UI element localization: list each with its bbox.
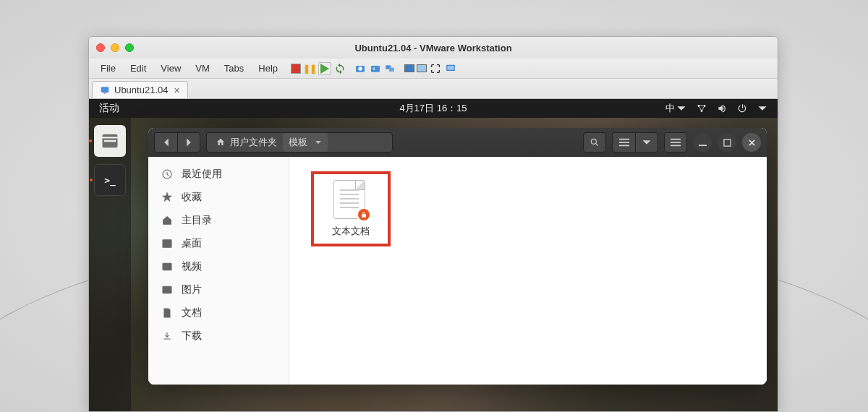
dock-terminal[interactable]: >_: [94, 164, 126, 196]
ubuntu-dock: >_: [89, 118, 131, 411]
network-icon: [697, 103, 707, 113]
macos-close-button[interactable]: [96, 43, 105, 52]
nautilus-headerbar: 用户文件夹 模板: [148, 128, 767, 157]
window-maximize-button[interactable]: [718, 133, 736, 152]
vm-tab-label: Ubuntu21.04: [114, 85, 168, 95]
svg-rect-2: [371, 66, 380, 72]
sidebar-documents[interactable]: 文档: [148, 301, 289, 325]
svg-rect-20: [723, 139, 730, 145]
menu-help[interactable]: Help: [252, 61, 284, 75]
sidebar-pictures[interactable]: 图片: [148, 278, 289, 301]
stretch-icon[interactable]: [429, 62, 442, 75]
search-button[interactable]: [583, 132, 606, 153]
svg-point-12: [591, 139, 596, 144]
suspend-icon[interactable]: ❚❚: [303, 62, 316, 75]
svg-rect-23: [163, 263, 171, 270]
svg-rect-8: [103, 93, 106, 93]
menu-edit[interactable]: Edit: [124, 61, 152, 75]
window-title: Ubuntu21.04 - VMware Workstation: [89, 43, 778, 53]
svg-rect-7: [101, 87, 109, 93]
power-icon: [737, 103, 747, 113]
snapshot-revert-icon[interactable]: [369, 62, 382, 75]
file-label: 文本文档: [332, 225, 370, 238]
svg-rect-13: [619, 139, 629, 140]
sidebar-home[interactable]: 主目录: [148, 209, 289, 232]
sidebar-recent[interactable]: 最近使用: [148, 163, 289, 186]
hamburger-menu-button[interactable]: [664, 132, 687, 153]
vmware-titlebar[interactable]: Ubuntu21.04 - VMware Workstation: [89, 37, 778, 59]
sidebar-downloads[interactable]: 下载: [148, 325, 289, 348]
power-toolbar: ❚❚: [291, 62, 346, 75]
sidebar-starred[interactable]: 收藏: [148, 186, 289, 209]
file-icon: [333, 180, 368, 220]
svg-rect-6: [447, 65, 454, 69]
window-close-button[interactable]: [742, 133, 761, 152]
menu-tabs[interactable]: Tabs: [218, 61, 250, 75]
console-view-icon[interactable]: [444, 62, 457, 75]
macos-minimize-button[interactable]: [111, 43, 119, 52]
nautilus-sidebar: 最近使用 收藏 主目录 桌面 视频 图片 文档 下载: [148, 157, 289, 385]
restart-icon[interactable]: [333, 62, 346, 75]
power-off-icon[interactable]: [291, 64, 301, 74]
svg-rect-15: [619, 145, 629, 147]
nautilus-window: 用户文件夹 模板: [148, 128, 767, 385]
pathbar[interactable]: 用户文件夹 模板: [206, 132, 393, 153]
vm-tab-close[interactable]: ×: [174, 85, 179, 96]
vm-tab-icon: [100, 85, 110, 95]
status-area[interactable]: 中: [665, 102, 767, 115]
path-current-segment[interactable]: 模板: [283, 133, 328, 152]
view-toolbar: [404, 62, 457, 75]
svg-rect-4: [389, 67, 394, 71]
menu-view[interactable]: View: [155, 61, 187, 75]
snapshot-take-icon[interactable]: [354, 62, 367, 75]
vmware-tabbar: Ubuntu21.04 ×: [89, 79, 778, 99]
svg-rect-18: [671, 145, 681, 147]
svg-rect-16: [671, 139, 681, 140]
gnome-topbar: 活动 4月17日 16：15 中: [89, 99, 778, 118]
activities-button[interactable]: 活动: [99, 102, 119, 115]
volume-icon: [717, 103, 727, 113]
file-item[interactable]: 文本文档: [311, 171, 391, 246]
vmware-window: Ubuntu21.04 - VMware Workstation File Ed…: [88, 36, 778, 412]
snapshot-toolbar: [354, 62, 397, 75]
ime-indicator[interactable]: 中: [665, 102, 686, 115]
svg-point-1: [358, 66, 362, 70]
unity-icon[interactable]: [417, 64, 427, 72]
sidebar-desktop[interactable]: 桌面: [148, 232, 289, 255]
lock-badge-icon: [357, 207, 371, 222]
vm-tab[interactable]: Ubuntu21.04 ×: [92, 81, 188, 98]
snapshot-manager-icon[interactable]: [384, 62, 397, 75]
dock-files[interactable]: [94, 125, 126, 157]
chevron-down-icon: [757, 103, 767, 113]
power-on-icon[interactable]: [318, 62, 331, 75]
guest-screen: 活动 4月17日 16：15 中 >_: [89, 99, 778, 411]
view-list-button[interactable]: [612, 132, 635, 153]
window-minimize-button[interactable]: [693, 133, 712, 152]
vmware-menubar: File Edit View VM Tabs Help ❚❚: [89, 59, 778, 79]
svg-rect-22: [163, 240, 171, 248]
nav-forward-button[interactable]: [177, 132, 200, 153]
nav-back-button[interactable]: [154, 132, 177, 153]
menu-file[interactable]: File: [95, 61, 122, 75]
nautilus-content[interactable]: 文本文档: [289, 157, 767, 385]
svg-rect-17: [671, 142, 681, 143]
fullscreen-icon[interactable]: [404, 64, 414, 72]
path-home-segment[interactable]: 用户文件夹: [210, 133, 283, 152]
sidebar-videos[interactable]: 视频: [148, 255, 289, 278]
svg-rect-19: [699, 145, 707, 146]
svg-rect-14: [619, 142, 629, 143]
macos-zoom-button[interactable]: [125, 43, 134, 52]
terminal-prompt-icon: >_: [104, 175, 116, 186]
menu-vm[interactable]: VM: [190, 61, 216, 75]
view-dropdown-button[interactable]: [635, 132, 658, 153]
